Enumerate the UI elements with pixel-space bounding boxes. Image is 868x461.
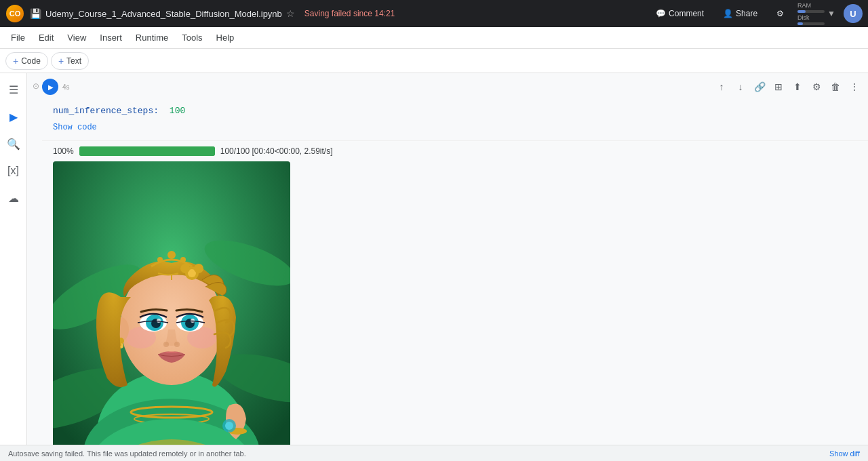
- statusbar-message: Autosave saving failed. This file was up…: [8, 449, 824, 458]
- add-code-button[interactable]: + Code: [5, 52, 48, 70]
- menu-tools[interactable]: Tools: [176, 30, 208, 45]
- share-button[interactable]: 👤 Share: [717, 6, 763, 21]
- move-up-icon[interactable]: ↑: [713, 79, 730, 95]
- progress-container: 100% 100/100 [00:40<00:00, 2.59it/s]: [53, 146, 857, 156]
- menu-runtime[interactable]: Runtime: [130, 30, 174, 45]
- code-value: 100: [170, 106, 185, 116]
- cell-content: num_inference_steps: 100 Show code: [42, 98, 868, 140]
- menu-view[interactable]: View: [62, 30, 92, 45]
- cell-inner: ▶ 4s ↑ ↓ 🔗 ⊞ ⬆ ⚙ 🗑 ⋮ num_inferen: [42, 76, 868, 445]
- gear-icon: ⚙: [776, 9, 784, 18]
- cell-toolbar-right: ↑ ↓ 🔗 ⊞ ⬆ ⚙ 🗑 ⋮: [713, 79, 863, 95]
- delete-icon[interactable]: 🗑: [827, 79, 844, 95]
- code-key: num_inference_steps:: [53, 106, 159, 116]
- svg-point-32: [174, 342, 180, 347]
- code-space: [161, 106, 167, 116]
- menu-help[interactable]: Help: [211, 30, 240, 45]
- sidebar-item-variables[interactable]: [x]: [3, 160, 24, 182]
- topbar-right: 💬 Comment 👤 Share ⚙ RAM Disk ▼ U: [650, 2, 863, 25]
- cell-expand-icon[interactable]: ⊙: [33, 81, 39, 91]
- save-icon: 💾: [30, 8, 41, 19]
- cell-settings-icon[interactable]: ⚙: [808, 79, 825, 95]
- table-icon[interactable]: ⊞: [770, 79, 787, 95]
- show-code-link[interactable]: Show code: [53, 123, 97, 132]
- move-down-icon[interactable]: ↓: [732, 79, 749, 95]
- comment-button[interactable]: 💬 Comment: [650, 6, 709, 21]
- sidebar-item-run[interactable]: ▶: [3, 106, 24, 127]
- cell-run-button[interactable]: ▶: [42, 79, 58, 95]
- main-content: ⊙ ▶ 4s ↑ ↓ 🔗 ⊞ ⬆ ⚙ 🗑 ⋮: [27, 73, 868, 445]
- left-sidebar: ☰ ▶ 🔍 [x] ☁: [0, 73, 27, 445]
- svg-point-48: [225, 422, 233, 430]
- user-avatar[interactable]: U: [844, 4, 863, 23]
- upload-icon[interactable]: ⬆: [789, 79, 806, 95]
- saving-status: Saving failed since 14:21: [304, 9, 395, 18]
- output-area: 100% 100/100 [00:40<00:00, 2.59it/s]: [42, 140, 868, 445]
- ram-bar: [797, 10, 825, 13]
- colab-logo-icon: CO: [6, 5, 24, 22]
- star-icon[interactable]: ☆: [286, 8, 295, 19]
- comment-icon: 💬: [656, 9, 666, 18]
- statusbar: Autosave saving failed. This file was up…: [0, 445, 868, 461]
- menubar: File Edit View Insert Runtime Tools Help: [0, 27, 868, 49]
- menu-edit[interactable]: Edit: [33, 30, 59, 45]
- show-diff-button[interactable]: Show diff: [829, 449, 860, 458]
- progress-info: 100/100 [00:40<00:00, 2.59it/s]: [220, 146, 333, 156]
- ai-figure-svg: [53, 161, 290, 445]
- more-icon[interactable]: ⋮: [846, 79, 863, 95]
- menu-insert[interactable]: Insert: [94, 30, 127, 45]
- notebook-title[interactable]: Udemy_Course_1_Advanced_Stable_Diffusion…: [45, 9, 282, 19]
- sidebar-item-files[interactable]: ☁: [3, 187, 24, 209]
- svg-point-43: [180, 257, 186, 262]
- sidebar-item-search[interactable]: 🔍: [3, 133, 24, 155]
- progress-bar-fill: [79, 146, 215, 156]
- add-text-button[interactable]: + Text: [51, 52, 89, 70]
- svg-point-31: [163, 342, 169, 347]
- cell-wrapper: ⊙ ▶ 4s ↑ ↓ 🔗 ⊞ ⬆ ⚙ 🗑 ⋮: [33, 76, 868, 445]
- progress-bar-wrapper: [79, 146, 215, 156]
- cell-header: ▶ 4s ↑ ↓ 🔗 ⊞ ⬆ ⚙ 🗑 ⋮: [42, 76, 868, 98]
- settings-button[interactable]: ⚙: [771, 6, 789, 21]
- svg-point-41: [167, 251, 176, 259]
- plus-icon-text: +: [58, 56, 64, 66]
- disk-bar: [797, 22, 825, 25]
- svg-point-40: [194, 264, 203, 273]
- play-icon: ▶: [48, 83, 54, 91]
- toolbar: + Code + Text: [0, 49, 868, 73]
- cell-time-label: 4s: [62, 83, 70, 91]
- generated-image: [53, 161, 290, 445]
- sidebar-item-menu[interactable]: ☰: [3, 79, 24, 100]
- expand-icon[interactable]: ▼: [827, 9, 835, 18]
- topbar: CO 💾 Udemy_Course_1_Advanced_Stable_Diff…: [0, 0, 868, 27]
- code-line: num_inference_steps: 100: [53, 106, 857, 116]
- plus-icon: +: [13, 56, 18, 66]
- progress-pct: 100%: [53, 146, 74, 156]
- notebook-title-area: 💾 Udemy_Course_1_Advanced_Stable_Diffusi…: [30, 8, 645, 19]
- share-icon: 👤: [723, 9, 733, 18]
- ram-disk-indicator: RAM Disk: [797, 2, 825, 25]
- link-icon[interactable]: 🔗: [751, 79, 768, 95]
- menu-file[interactable]: File: [5, 30, 31, 45]
- show-code-area: Show code: [53, 120, 857, 132]
- svg-point-42: [157, 257, 163, 262]
- colab-logo[interactable]: CO: [5, 4, 24, 23]
